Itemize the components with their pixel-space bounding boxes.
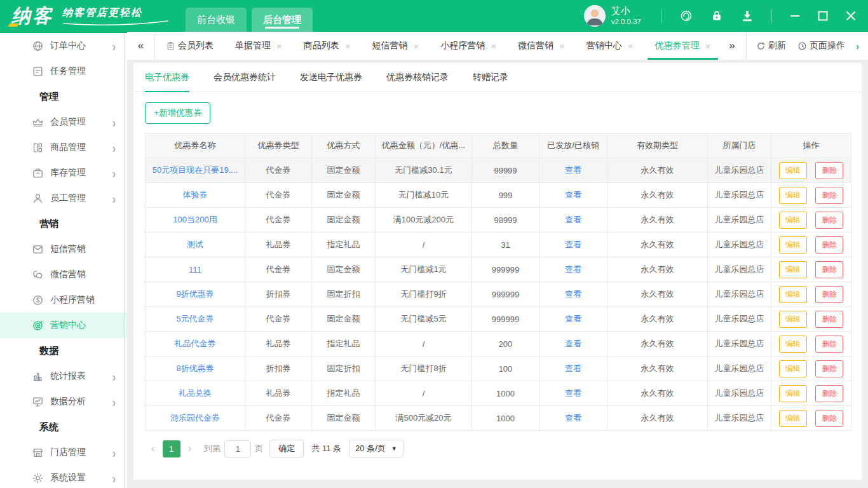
sidebar-item-sms[interactable]: 短信营销 xyxy=(0,236,127,262)
front-cashier-button[interactable]: 前台收银 xyxy=(186,8,247,32)
tab-close-icon[interactable]: × xyxy=(705,41,711,51)
tab-close-icon[interactable]: × xyxy=(628,41,634,51)
coupon-name-link[interactable]: 8折优惠券 xyxy=(176,363,214,373)
edit-button[interactable]: 编辑 xyxy=(779,336,807,353)
edit-button[interactable]: 编辑 xyxy=(779,286,807,303)
tabs-expand-button[interactable]: » xyxy=(718,32,746,60)
delete-button[interactable]: 删除 xyxy=(815,410,843,427)
tabs-collapse-button[interactable]: « xyxy=(127,32,155,60)
page-tab[interactable]: 短信营销 × xyxy=(365,32,427,60)
edit-button[interactable]: 编辑 xyxy=(779,187,807,204)
coupon-name-link[interactable]: 测试 xyxy=(187,240,203,249)
edit-button[interactable]: 编辑 xyxy=(779,410,807,427)
tab-close-icon[interactable]: × xyxy=(276,41,282,51)
delete-button[interactable]: 删除 xyxy=(815,162,843,179)
delete-button[interactable]: 删除 xyxy=(815,360,843,377)
view-link[interactable]: 查看 xyxy=(565,413,581,423)
tab-close-icon[interactable]: × xyxy=(559,41,565,51)
view-link[interactable]: 查看 xyxy=(565,240,581,249)
sidebar-item-order-center[interactable]: 订单中心 › xyxy=(0,33,127,58)
edit-button[interactable]: 编辑 xyxy=(779,212,807,229)
view-link[interactable]: 查看 xyxy=(565,215,581,224)
user-info: 艾小 v2.0.0.37 xyxy=(611,5,641,26)
delete-button[interactable]: 删除 xyxy=(815,261,843,278)
page-tab[interactable]: 营销中心 × xyxy=(579,32,641,60)
page-ops-button[interactable]: 页面操作 xyxy=(797,40,845,51)
coupon-subtab[interactable]: 转赠记录 xyxy=(473,63,508,92)
goto-confirm-button[interactable]: 确定 xyxy=(269,440,304,458)
coupon-name-link[interactable]: 游乐园代金券 xyxy=(170,413,220,423)
tab-close-icon[interactable]: × xyxy=(414,41,419,51)
sidebar-item-store[interactable]: 门店管理 › xyxy=(0,440,127,465)
edit-button[interactable]: 编辑 xyxy=(779,162,807,179)
view-link[interactable]: 查看 xyxy=(565,314,581,323)
delete-button[interactable]: 删除 xyxy=(815,286,843,303)
view-link[interactable]: 查看 xyxy=(565,363,581,373)
view-link[interactable]: 查看 xyxy=(565,289,581,299)
page-tab[interactable]: 微信营销 × xyxy=(510,32,573,60)
add-coupon-button[interactable]: +新增优惠券 xyxy=(145,102,210,124)
refresh-button[interactable]: 刷新 xyxy=(756,40,786,51)
tab-close-icon[interactable]: × xyxy=(491,41,496,51)
sidebar-item-analysis[interactable]: 数据分析 › xyxy=(0,389,127,414)
page-tab[interactable]: 会员列表 xyxy=(158,32,221,60)
coupon-name-link[interactable]: 礼品代金券 xyxy=(175,339,216,348)
sidebar-item-settings[interactable]: 系统设置 › xyxy=(0,465,127,488)
view-link[interactable]: 查看 xyxy=(565,264,581,274)
coupon-name-link[interactable]: 体验券 xyxy=(183,190,208,200)
edit-button[interactable]: 编辑 xyxy=(779,360,807,377)
coupon-name-link[interactable]: 100当200用 xyxy=(173,215,217,224)
coupon-name-link[interactable]: 9折优惠券 xyxy=(176,289,214,299)
download-icon[interactable] xyxy=(740,9,754,23)
tab-close-icon[interactable]: × xyxy=(345,41,351,51)
page-size-select[interactable]: 20 条/页 ▼ xyxy=(349,440,403,458)
sidebar-item-miniapp[interactable]: 小程序营销 xyxy=(0,287,127,313)
delete-button[interactable]: 删除 xyxy=(815,212,843,229)
edit-button[interactable]: 编辑 xyxy=(779,385,807,402)
delete-button[interactable]: 删除 xyxy=(815,236,843,254)
actions-more-button[interactable]: › xyxy=(856,41,859,51)
close-button[interactable] xyxy=(843,8,859,24)
coupon-subtab[interactable]: 优惠券核销记录 xyxy=(386,63,449,92)
delete-button[interactable]: 删除 xyxy=(815,311,843,328)
goto-page-input[interactable] xyxy=(224,440,251,458)
view-link[interactable]: 查看 xyxy=(565,165,581,175)
coupon-subtab[interactable]: 发送电子优惠券 xyxy=(300,63,362,92)
sidebar-item-stats[interactable]: 统计报表 › xyxy=(0,363,127,389)
sidebar-item-marketing-center[interactable]: 营销中心 xyxy=(0,313,127,338)
view-link[interactable]: 查看 xyxy=(565,388,581,398)
coupon-subtab[interactable]: 电子优惠券 xyxy=(145,63,189,92)
lock-icon[interactable] xyxy=(710,9,724,23)
delete-button[interactable]: 删除 xyxy=(815,336,843,353)
next-page-button[interactable]: › xyxy=(182,442,198,455)
delete-button[interactable]: 删除 xyxy=(815,385,843,402)
sidebar-item-staff[interactable]: 员工管理 › xyxy=(0,186,127,211)
backend-manage-button[interactable]: 后台管理 xyxy=(252,8,313,32)
page-tab[interactable]: 单据管理 × xyxy=(227,32,290,60)
page-tab[interactable]: 优惠券管理 × xyxy=(648,32,718,60)
sidebar-item-stock[interactable]: 库存管理 › xyxy=(0,160,127,186)
sidebar-item-task[interactable]: 任务管理 xyxy=(0,58,127,84)
maximize-button[interactable] xyxy=(815,8,831,24)
delete-button[interactable]: 删除 xyxy=(815,187,843,204)
coupon-name-link[interactable]: 50元项目现在只要19.... xyxy=(153,165,238,175)
prev-page-button[interactable]: ‹ xyxy=(145,442,161,455)
page-tab[interactable]: 商品列表 × xyxy=(296,32,358,60)
view-link[interactable]: 查看 xyxy=(565,339,581,348)
edit-button[interactable]: 编辑 xyxy=(779,261,807,278)
view-link[interactable]: 查看 xyxy=(565,190,581,200)
coupon-subtab[interactable]: 会员优惠券统计 xyxy=(214,63,276,92)
sidebar-item-goods[interactable]: 商品管理 › xyxy=(0,135,127,160)
avatar[interactable] xyxy=(584,5,606,27)
sidebar-item-wechat[interactable]: 微信营销 xyxy=(0,262,127,287)
coupon-name-link[interactable]: 5元代金券 xyxy=(176,314,214,323)
sidebar-item-member[interactable]: 会员管理 › xyxy=(0,109,127,135)
edit-button[interactable]: 编辑 xyxy=(779,311,807,328)
page-1-button[interactable]: 1 xyxy=(163,440,180,458)
coupon-name-link[interactable]: 礼品兑换 xyxy=(179,388,212,398)
minimize-button[interactable] xyxy=(787,8,803,24)
edit-button[interactable]: 编辑 xyxy=(779,236,807,254)
service-icon[interactable] xyxy=(679,9,693,23)
coupon-name-link[interactable]: 111 xyxy=(189,265,201,274)
page-tab[interactable]: 小程序营销 × xyxy=(433,32,504,60)
